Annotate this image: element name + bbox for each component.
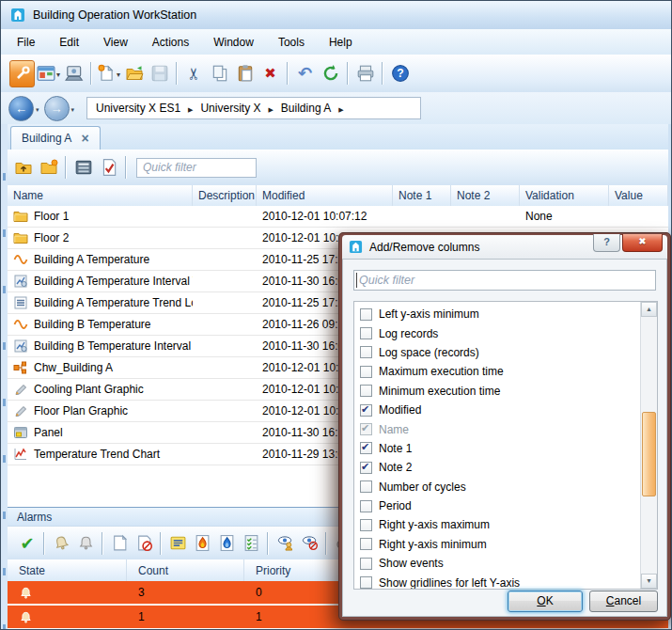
new-folder-button[interactable] [37,155,60,181]
ok-button[interactable]: OK [508,591,583,612]
up-level-button[interactable] [11,155,35,181]
table-row[interactable]: Floor 12010-12-01 10:07:12None [8,206,668,228]
new-object-button[interactable] [97,61,120,87]
column-option[interactable]: Note 2 [354,458,641,477]
breadcrumb-arrow-icon[interactable] [338,102,343,115]
back-button[interactable] [8,96,34,121]
column-option[interactable]: Number of cycles [354,478,641,496]
acknowledge-button[interactable]: ✔ [16,530,39,556]
list-view-button[interactable] [71,155,95,181]
menu-view[interactable]: View [91,30,140,55]
hide-user-button[interactable] [298,530,320,556]
menu-window[interactable]: Window [201,30,266,55]
open-button[interactable] [122,61,146,87]
breadcrumb-item[interactable]: Building A [280,102,332,115]
scroll-up-icon[interactable] [641,302,657,317]
breadcrumb-item[interactable]: University X ES1 [95,102,181,115]
column-option[interactable]: Right y-axis maximum [354,515,641,534]
scroll-down-icon[interactable] [641,574,657,589]
dropdown-caret-icon[interactable] [56,67,60,80]
note-remove-button[interactable] [133,530,155,556]
forward-history-caret-icon[interactable] [71,102,75,115]
checkbox[interactable] [360,366,372,378]
column-option[interactable]: Left y-axis minimum [354,305,641,323]
column-header-validation[interactable]: Validation [520,185,609,206]
workstation-button[interactable] [62,61,86,87]
checkbox[interactable] [360,423,372,435]
column-option[interactable]: Right y-axis minimum [354,535,641,554]
checkbox[interactable] [360,519,372,531]
workspace-button[interactable] [37,61,60,87]
fire-report-button[interactable] [191,530,213,556]
checkbox[interactable] [360,576,372,589]
column-option[interactable]: Minimum execution time [354,382,641,401]
column-option[interactable]: Log records [354,323,641,342]
delete-button[interactable]: ✖ [258,61,282,87]
checkbox[interactable] [360,346,372,358]
checklist-button[interactable] [240,530,262,556]
note-button[interactable] [108,530,131,556]
quick-filter-input[interactable] [136,158,257,178]
breadcrumb-item[interactable]: University X [199,102,261,115]
alarm-bell-button[interactable] [74,530,97,556]
checkbox[interactable] [360,327,372,339]
checkbox[interactable] [360,480,372,493]
menu-file[interactable]: File [5,30,47,55]
column-option[interactable]: Name [354,419,641,438]
breadcrumb-arrow-icon[interactable] [188,102,193,115]
dialog-close-button[interactable] [622,234,663,252]
column-option[interactable]: Modified [354,401,641,419]
column-option[interactable]: Maximum execution time [354,362,641,381]
paste-button[interactable] [233,61,257,87]
checkbox[interactable] [360,442,372,454]
back-history-caret-icon[interactable] [36,102,39,115]
dropdown-caret-icon[interactable] [117,67,120,80]
validate-button[interactable] [97,155,120,181]
column-header-value[interactable]: Value [609,185,668,206]
menu-help[interactable]: Help [317,30,365,55]
hush-button[interactable] [50,530,72,556]
checkbox[interactable] [360,385,372,397]
dialog-help-button[interactable] [593,234,620,252]
cut-button[interactable]: ✂ [182,61,206,87]
column-option[interactable]: Show events [354,554,641,573]
scrollbar[interactable] [640,302,657,589]
save-button[interactable] [148,61,171,87]
breadcrumb-arrow-icon[interactable] [268,102,273,115]
menu-edit[interactable]: Edit [47,30,91,55]
help-button[interactable]: ? [388,61,412,87]
tab-building-a[interactable]: Building A [10,126,101,150]
column-option[interactable]: Log space (records) [354,343,641,362]
refresh-button[interactable] [319,61,342,87]
checkbox[interactable] [360,558,372,570]
copy-button[interactable] [208,61,231,87]
cancel-button[interactable]: Cancel [589,591,658,612]
menu-tools[interactable]: Tools [266,30,317,55]
system-tools-button[interactable] [9,60,35,87]
alarm-column-header-count[interactable]: Count [127,559,244,581]
column-header-note-2[interactable]: Note 2 [451,185,520,206]
print-button[interactable] [353,61,377,87]
alarm-column-header-state[interactable]: State [8,559,127,581]
column-header-name[interactable]: Name [8,185,193,206]
comments-button[interactable] [166,530,189,556]
checkbox[interactable] [360,462,372,474]
scrollbar-thumb[interactable] [642,412,656,496]
column-option[interactable]: Period [354,496,641,515]
checkbox[interactable] [360,308,372,321]
undo-button[interactable]: ↶ [293,61,317,87]
column-header-description[interactable]: Description [193,185,257,206]
show-user-button[interactable] [273,530,296,556]
water-report-button[interactable] [215,530,238,556]
column-header-modified[interactable]: Modified [257,185,393,206]
dialog-quick-filter-input[interactable] [353,270,656,291]
checkbox[interactable] [360,538,372,550]
checkbox[interactable] [360,500,372,512]
tab-close-icon[interactable] [81,131,88,146]
checkbox[interactable] [360,404,372,417]
forward-button[interactable] [44,96,70,121]
column-option[interactable]: Note 1 [354,439,641,458]
column-header-note-1[interactable]: Note 1 [393,185,451,206]
menu-actions[interactable]: Actions [140,30,201,55]
column-option[interactable]: Show gridlines for left Y-axis [354,573,641,589]
